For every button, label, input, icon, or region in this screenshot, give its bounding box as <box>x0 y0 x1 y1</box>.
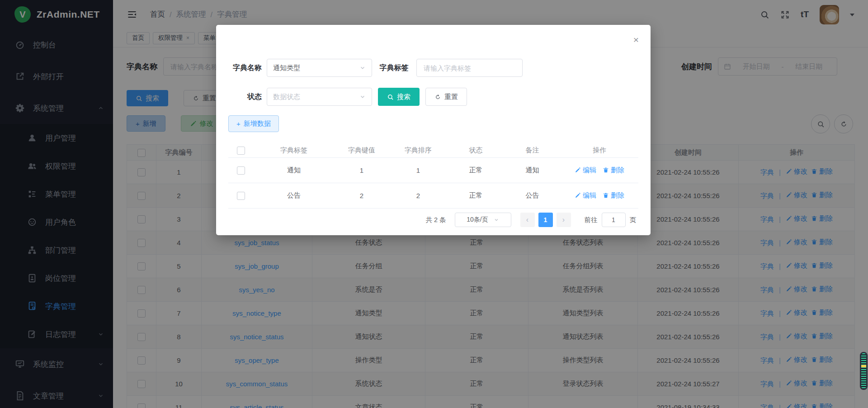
remark-cell: 通知 <box>504 158 561 183</box>
row-actions-cell: 编辑 删除 <box>561 158 638 183</box>
custom-scrollbar-thumb[interactable] <box>860 352 868 390</box>
dict-name-select[interactable]: 通知类型 <box>267 59 372 77</box>
column-header-label: 字典标签 <box>253 143 335 158</box>
row-actions-cell: 编辑 删除 <box>561 183 638 209</box>
button-label: 重置 <box>444 93 458 101</box>
edit-link[interactable]: 编辑 <box>575 191 596 200</box>
status-cell: 正常 <box>448 183 504 209</box>
button-label: 新增数据 <box>244 119 271 128</box>
add-data-button[interactable]: + 新增数据 <box>228 115 279 132</box>
delete-link[interactable]: 删除 <box>603 191 624 200</box>
status-label: 状态 <box>228 92 267 102</box>
dialog-form-row-2: 状态 数据状态 搜索 重置 <box>228 88 638 106</box>
dialog-search-button[interactable]: 搜索 <box>378 88 420 106</box>
search-icon <box>387 94 394 100</box>
next-page-button[interactable]: › <box>557 213 571 227</box>
edit-link[interactable]: 编辑 <box>575 166 596 175</box>
header-checkbox-cell <box>228 143 253 158</box>
page-size-value: 10条/页 <box>467 216 488 224</box>
page-size-select[interactable]: 10条/页 <box>455 213 511 227</box>
column-header-value: 字典键值 <box>335 143 389 158</box>
app-root: V ZrAdmin.NET 控制台 外部打开 系统管理 用户管理 权限管理 <box>0 0 868 408</box>
page-unit-label: 页 <box>630 216 637 224</box>
dict-sort-cell: 1 <box>389 158 448 183</box>
plus-icon: + <box>236 120 241 128</box>
table-header-row: 字典标签 字典键值 字典排序 状态 备注 操作 <box>228 143 638 158</box>
column-header-status: 状态 <box>448 143 504 158</box>
delete-link[interactable]: 删除 <box>603 166 624 175</box>
pagination: 共 2 条 10条/页 ‹ 1 › 前往 页 <box>425 213 636 227</box>
status-select[interactable]: 数据状态 <box>267 88 372 106</box>
selected-value: 通知类型 <box>273 64 300 72</box>
pencil-icon <box>575 192 581 199</box>
trash-icon <box>603 192 609 199</box>
dialog-filter-form: 字典名称 通知类型 字典标签 状态 数据状态 搜索 <box>228 59 638 117</box>
goto-page-input[interactable] <box>602 213 626 227</box>
dialog-table-row: 公告22正常公告 编辑 删除 <box>228 183 638 209</box>
row-checkbox-cell <box>228 183 253 209</box>
column-header-actions: 操作 <box>561 143 638 158</box>
dict-label-label: 字典标签 <box>377 63 410 73</box>
button-label: 搜索 <box>397 93 410 101</box>
remark-cell: 公告 <box>504 183 561 209</box>
dict-data-table: 字典标签 字典键值 字典排序 状态 备注 操作 通知11正常通知 编辑 删除公告… <box>228 143 638 209</box>
dialog-reset-button[interactable]: 重置 <box>425 88 467 106</box>
dict-label-input[interactable] <box>416 59 523 77</box>
dialog-form-row-1: 字典名称 通知类型 字典标签 <box>228 59 638 77</box>
trash-icon <box>603 167 609 173</box>
refresh-icon <box>434 94 441 100</box>
dict-label-cell: 公告 <box>253 183 335 209</box>
prev-page-button[interactable]: ‹ <box>520 213 535 227</box>
column-header-remark: 备注 <box>504 143 561 158</box>
chevron-down-icon <box>359 65 366 71</box>
page-1-button[interactable]: 1 <box>538 213 553 227</box>
chevron-down-icon <box>494 217 499 223</box>
status-cell: 正常 <box>448 158 504 183</box>
row-checkbox-cell <box>228 158 253 183</box>
close-icon[interactable]: × <box>633 35 639 44</box>
select-placeholder: 数据状态 <box>273 93 300 101</box>
dict-sort-cell: 2 <box>389 183 448 209</box>
dict-name-label: 字典名称 <box>228 63 267 73</box>
dict-value-cell: 2 <box>335 183 389 209</box>
dict-value-cell: 1 <box>335 158 389 183</box>
pencil-icon <box>575 167 581 173</box>
dict-label-cell: 通知 <box>253 158 335 183</box>
row-checkbox[interactable] <box>237 166 245 175</box>
column-header-sort: 字典排序 <box>389 143 448 158</box>
total-count: 共 2 条 <box>425 216 446 224</box>
chevron-down-icon <box>359 94 366 100</box>
goto-label: 前往 <box>585 216 598 224</box>
dict-data-dialog: × 字典名称 通知类型 字典标签 状态 数据状态 搜索 <box>216 25 651 235</box>
row-checkbox[interactable] <box>237 192 245 200</box>
select-all-checkbox[interactable] <box>237 147 245 155</box>
dialog-table-row: 通知11正常通知 编辑 删除 <box>228 158 638 183</box>
